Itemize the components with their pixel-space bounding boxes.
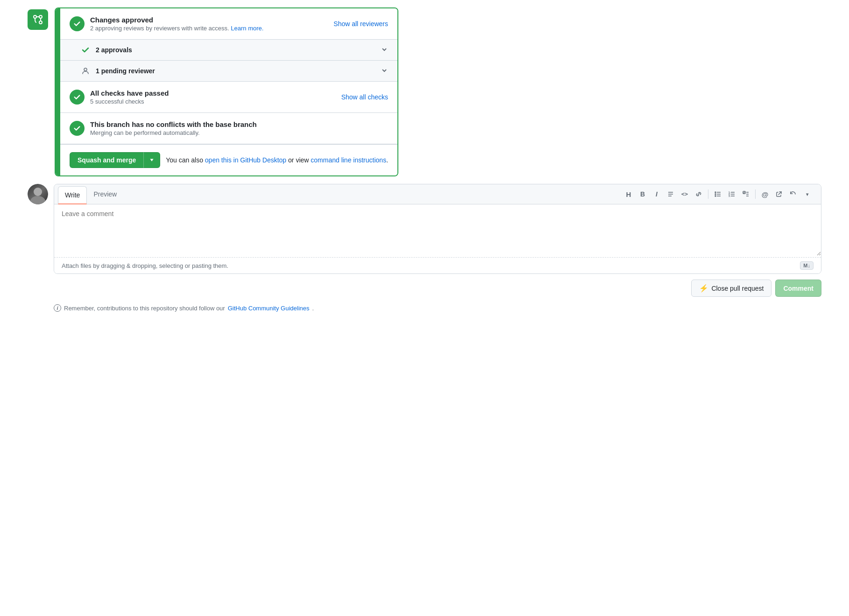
merge-icon-col <box>28 7 50 30</box>
open-github-desktop-link[interactable]: open this in GitHub Desktop <box>205 156 286 164</box>
svg-point-2 <box>39 15 42 18</box>
toolbar-bold-icon[interactable]: B <box>636 188 649 201</box>
merge-button-group: Squash and merge <box>70 152 160 168</box>
svg-point-6 <box>84 68 87 71</box>
no-conflicts-subtitle: Merging can be performed automatically. <box>90 129 388 136</box>
attach-files-text: Attach files by dragging & dropping, sel… <box>62 262 228 269</box>
merge-section: Changes approved 2 approving reviews by … <box>28 7 821 176</box>
toolbar-chevron-icon[interactable]: ▾ <box>800 188 814 201</box>
comment-actions: ⚡ Close pull request Comment <box>54 274 821 297</box>
no-conflicts-row: This branch has no conflicts with the ba… <box>60 113 397 144</box>
toolbar-heading-icon[interactable]: H <box>622 188 635 201</box>
comment-button[interactable]: Comment <box>775 280 821 297</box>
checks-passed-row: All checks have passed 5 successful chec… <box>60 82 397 113</box>
show-all-reviewers-link[interactable]: Show all reviewers <box>333 20 388 28</box>
toolbar-mention-icon[interactable]: @ <box>758 188 771 201</box>
pending-chevron-icon <box>381 67 388 76</box>
toolbar-separator-2 <box>755 189 756 199</box>
comment-textarea[interactable] <box>54 204 821 256</box>
community-guidelines-link[interactable]: GitHub Community Guidelines <box>228 305 310 312</box>
toolbar-numbered-list-icon[interactable]: 1. 2. 3. <box>725 188 738 201</box>
checks-status-text: All checks have passed 5 successful chec… <box>90 89 336 105</box>
no-conflicts-status-text: This branch has no conflicts with the ba… <box>90 120 388 136</box>
toolbar-icons: H B I <> <box>618 185 817 203</box>
svg-point-1 <box>39 21 42 24</box>
show-all-checks-link[interactable]: Show all checks <box>341 93 388 101</box>
git-merge-icon <box>32 14 43 25</box>
user-avatar <box>28 184 48 204</box>
tab-write[interactable]: Write <box>58 186 87 204</box>
page-container: Changes approved 2 approving reviews by … <box>28 7 821 312</box>
close-pr-icon: ⚡ <box>699 284 708 293</box>
approved-check-icon <box>70 16 85 31</box>
panel-left-bar <box>56 8 60 175</box>
merge-type-icon <box>28 9 48 30</box>
checks-subtitle: 5 successful checks <box>90 98 336 105</box>
comment-box: Write Preview H B I <box>54 184 821 274</box>
svg-point-11 <box>715 194 716 195</box>
close-pr-label: Close pull request <box>711 285 764 292</box>
merge-hint: You can also open this in GitHub Desktop… <box>166 156 388 164</box>
learn-more-link[interactable]: Learn more. <box>231 25 263 32</box>
toolbar-separator-1 <box>708 189 708 199</box>
approved-title: Changes approved <box>90 16 328 24</box>
approvals-chevron-icon <box>381 46 388 55</box>
avatar-image <box>28 184 48 204</box>
markdown-badge: M↓ <box>800 261 814 270</box>
no-conflicts-title: This branch has no conflicts with the ba… <box>90 120 388 128</box>
footer-text: Remember, contributions to this reposito… <box>64 305 225 312</box>
comment-tabs-bar: Write Preview H B I <box>54 184 821 204</box>
approvals-label: 2 approvals <box>96 46 375 54</box>
close-pull-request-button[interactable]: ⚡ Close pull request <box>691 280 771 297</box>
tab-preview[interactable]: Preview <box>87 186 123 203</box>
approvals-check-icon <box>81 45 90 55</box>
comment-section: Write Preview H B I <box>28 184 821 297</box>
no-conflicts-check-icon <box>70 121 85 136</box>
pending-reviewer-label: 1 pending reviewer <box>96 67 375 75</box>
toolbar-task-list-icon[interactable] <box>739 188 752 201</box>
svg-text:3.: 3. <box>729 195 731 197</box>
pending-reviewer-person-icon <box>81 66 90 76</box>
svg-point-0 <box>34 15 36 18</box>
approved-status-text: Changes approved 2 approving reviews by … <box>90 16 328 32</box>
merge-dropdown-button[interactable] <box>143 152 160 168</box>
checks-check-icon <box>70 90 85 105</box>
toolbar-reference-icon[interactable] <box>772 188 785 201</box>
footer-note: i Remember, contributions to this reposi… <box>28 304 821 312</box>
md-icon: M↓ <box>803 263 810 268</box>
approved-subtitle: 2 approving reviews by reviewers with wr… <box>90 25 328 32</box>
merge-action-row: Squash and merge You can also open this … <box>60 144 397 175</box>
approved-subtitle-text: 2 approving reviews by reviewers with wr… <box>90 25 229 32</box>
toolbar-bullet-list-icon[interactable] <box>711 188 724 201</box>
svg-point-10 <box>715 192 716 193</box>
comment-box-wrapper: Write Preview H B I <box>54 184 821 297</box>
squash-merge-button[interactable]: Squash and merge <box>70 152 143 168</box>
merge-panel-content: Changes approved 2 approving reviews by … <box>60 8 397 175</box>
changes-approved-row: Changes approved 2 approving reviews by … <box>60 8 397 40</box>
info-icon: i <box>54 304 61 312</box>
toolbar-italic-icon[interactable]: I <box>650 188 663 201</box>
toolbar-undo-icon[interactable] <box>786 188 799 201</box>
svg-line-26 <box>778 192 781 195</box>
attach-files-bar: Attach files by dragging & dropping, sel… <box>54 257 821 273</box>
toolbar-code-icon[interactable]: <> <box>678 188 691 201</box>
command-line-link[interactable]: command line instructions <box>311 156 386 164</box>
checks-title: All checks have passed <box>90 89 336 97</box>
toolbar-link-icon[interactable] <box>692 188 705 201</box>
toolbar-blockquote-icon[interactable] <box>664 188 677 201</box>
dropdown-arrow-icon <box>149 157 155 163</box>
merge-panel: Changes approved 2 approving reviews by … <box>55 7 398 176</box>
pending-reviewer-sub-item[interactable]: 1 pending reviewer <box>60 61 397 82</box>
footer-period: . <box>312 305 314 312</box>
approvals-sub-item[interactable]: 2 approvals <box>60 40 397 61</box>
svg-point-12 <box>715 196 716 196</box>
